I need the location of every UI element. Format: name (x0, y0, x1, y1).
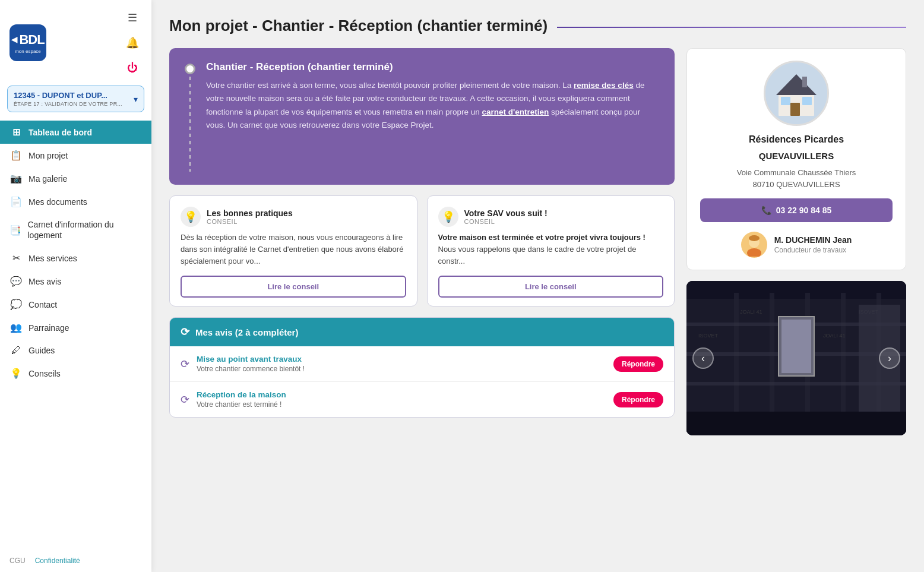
residence-address: Voie Communale Chaussée Thiers 80710 QUE… (737, 167, 856, 190)
svg-text:JOALI 41: JOALI 41 (823, 333, 846, 339)
sidebar-item-tableau-de-bord[interactable]: ⊞ Tableau de bord (0, 121, 151, 144)
sidebar-item-label: Contact (29, 300, 57, 309)
confidentialite-link[interactable]: Confidentialité (35, 557, 80, 565)
content-grid: Chantier - Réception (chantier terminé) … (169, 48, 906, 435)
logo: ◀ BDL mon espace (10, 24, 46, 61)
project-icon: 📋 (10, 150, 23, 161)
sidebar-item-carnet-info[interactable]: 📑 Carnet d'information du logement (0, 213, 151, 247)
avis-item-2-title: Réception de la maison (197, 390, 606, 399)
sidebar-item-label: Mes documents (29, 197, 87, 207)
dashboard-icon: ⊞ (10, 127, 23, 138)
sidebar-item-contact[interactable]: 💭 Contact (0, 293, 151, 316)
carousel-next-btn[interactable]: › (879, 347, 900, 369)
house-illustration (765, 62, 827, 124)
timeline-dot (185, 64, 195, 74)
phone-number: 03 22 90 84 85 (776, 206, 831, 215)
power-icon[interactable]: ⏻ (123, 58, 142, 77)
card-2-badge: CONSEIL (464, 218, 548, 225)
svg-rect-14 (770, 293, 774, 424)
carousel-image: ISOVET JOALI 41 ISOVET JOALI 41 ISOVET (686, 281, 906, 435)
chantier-banner: Chantier - Réception (chantier terminé) … (169, 48, 675, 185)
sidebar-item-parrainage[interactable]: 👥 Parrainage (0, 316, 151, 339)
avis-item-2-icon: ⟳ (181, 393, 189, 406)
documents-icon: 📄 (10, 196, 23, 207)
card-2-body: Votre maison est terminée et votre proje… (438, 232, 664, 267)
chantier-description: Votre chantier est arrivé à son terme, v… (206, 79, 659, 132)
cgu-link[interactable]: CGU (10, 557, 26, 565)
conseil-card-2: 💡 Votre SAV vous suit ! CONSEIL Votre ma… (427, 195, 675, 306)
services-icon: ✂ (10, 252, 23, 264)
avis-item-2-repondre-btn[interactable]: Répondre (613, 392, 663, 407)
avis-header-title: Mes avis (2 à compléter) (195, 327, 298, 337)
conseil-card-1: 💡 Les bonnes pratiques CONSEIL Dès la ré… (169, 195, 417, 306)
sidebar-top: ◀ BDL mon espace ☰ 🔔 ⏻ (0, 0, 151, 82)
bulb-icon-2: 💡 (438, 207, 458, 227)
sidebar-item-conseils[interactable]: 💡 Conseils (0, 362, 151, 385)
card-2-body-text: Nous vous rappelons que dans le cadre de… (438, 245, 637, 266)
avis-item-1-repondre-btn[interactable]: Répondre (613, 356, 663, 372)
card-2-btn[interactable]: Lire le conseil (438, 276, 664, 298)
photo-carousel: ISOVET JOALI 41 ISOVET JOALI 41 ISOVET (686, 281, 906, 435)
contact-icon: 💭 (10, 299, 23, 310)
main-content: Mon projet - Chantier - Réception (chant… (151, 0, 924, 572)
menu-icon[interactable]: ☰ (123, 8, 142, 27)
card-1-body: Dès la réception de votre maison, nous v… (181, 232, 406, 267)
sidebar-item-ma-galerie[interactable]: 📷 Ma galerie (0, 167, 151, 190)
bulb-icon-1: 💡 (181, 207, 201, 227)
svg-rect-6 (802, 77, 807, 87)
svg-point-9 (749, 235, 760, 241)
card-1-btn[interactable]: Lire le conseil (181, 276, 406, 298)
card-2-body-bold: Votre maison est terminée et votre proje… (438, 233, 645, 242)
title-underline (557, 27, 906, 28)
svg-text:JOALI 41: JOALI 41 (740, 309, 762, 315)
card-2-header: 💡 Votre SAV vous suit ! CONSEIL (438, 207, 664, 227)
avis-item-1-sub: Votre chantier commence bientôt ! (197, 365, 606, 373)
sidebar-item-label: Carnet d'information du logement (28, 219, 143, 241)
sidebar-item-guides[interactable]: 🖊 Guides (0, 339, 151, 362)
sidebar-item-mes-documents[interactable]: 📄 Mes documents (0, 190, 151, 213)
svg-rect-13 (734, 293, 739, 424)
avis-icon: 💬 (10, 276, 23, 287)
sidebar-item-label: Guides (29, 346, 55, 355)
sidebar-item-label: Mes avis (29, 277, 61, 286)
sidebar-item-label: Mon projet (29, 151, 68, 160)
svg-rect-4 (781, 97, 790, 105)
conductor-avatar (741, 232, 767, 258)
conseils-icon: 💡 (10, 368, 23, 379)
sidebar-item-label: Parrainage (29, 323, 69, 333)
gallery-icon: 📷 (10, 173, 23, 184)
right-column: Résidences Picardes QUEVAUVILLERS Voie C… (686, 48, 906, 435)
conductor-row: M. DUCHEMIN Jean Conducteur de travaux (741, 228, 852, 258)
logo-text: BDL (19, 32, 44, 48)
account-step: ÉTAPE 17 : VALIDATION DE VOTRE PR... (14, 101, 122, 107)
conductor-name: M. DUCHEMIN Jean (774, 235, 852, 245)
avis-item-2: ⟳ Réception de la maison Votre chantier … (170, 382, 674, 417)
residence-city: QUEVAUVILLERS (759, 151, 834, 161)
avis-header-icon: ⟳ (181, 325, 189, 339)
account-selector[interactable]: 12345 - DUPONT et DUP... ÉTAPE 17 : VALI… (7, 86, 144, 112)
avis-item-1: ⟳ Mise au point avant travaux Votre chan… (170, 346, 674, 382)
guides-icon: 🖊 (10, 345, 23, 356)
sidebar-item-label: Ma galerie (29, 174, 67, 184)
account-name: 12345 - DUPONT et DUP... (14, 91, 122, 100)
timeline (185, 64, 195, 172)
sidebar-item-mon-projet[interactable]: 📋 Mon projet (0, 144, 151, 167)
card-1-header: 💡 Les bonnes pratiques CONSEIL (181, 207, 406, 227)
sidebar-item-mes-avis[interactable]: 💬 Mes avis (0, 270, 151, 293)
svg-rect-3 (790, 103, 800, 116)
notification-icon[interactable]: 🔔 (123, 33, 142, 52)
phone-button[interactable]: 📞 03 22 90 84 85 (700, 198, 893, 222)
parrainage-icon: 👥 (10, 322, 23, 333)
sidebar-footer: CGU Confidentialité (0, 549, 151, 572)
sidebar-item-label: Mes services (29, 254, 77, 263)
svg-rect-27 (781, 320, 811, 373)
left-column: Chantier - Réception (chantier terminé) … (169, 48, 675, 435)
card-2-title: Votre SAV vous suit ! (464, 208, 548, 218)
phone-icon: 📞 (761, 206, 771, 215)
carousel-prev-btn[interactable]: ‹ (692, 347, 714, 369)
sidebar-action-icons: ☰ 🔔 ⏻ (123, 8, 142, 77)
avis-header: ⟳ Mes avis (2 à compléter) (170, 318, 674, 346)
sidebar-item-label: Tableau de bord (29, 128, 92, 137)
avis-item-2-text: Réception de la maison Votre chantier es… (197, 390, 606, 409)
sidebar-item-mes-services[interactable]: ✂ Mes services (0, 247, 151, 270)
